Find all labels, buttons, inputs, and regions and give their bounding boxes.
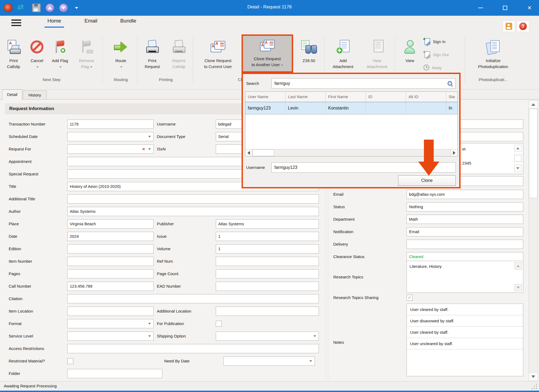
search-input[interactable]: farmguy (271, 78, 456, 89)
column-header-status[interactable]: Sta (446, 92, 458, 102)
notification-field[interactable]: Email (407, 227, 523, 236)
scrollbar-thumb[interactable] (529, 109, 538, 198)
scroll-left-button[interactable] (245, 149, 252, 156)
service-level-field[interactable] (67, 332, 154, 341)
need-by-date-field[interactable] (223, 356, 315, 366)
author-field[interactable]: Atlas Systems (67, 207, 319, 216)
format-field[interactable] (67, 319, 154, 328)
view-attachment-button[interactable]: ViewAttachment (360, 36, 394, 77)
scroll-up-icon[interactable] (514, 145, 521, 152)
chevron-down-icon[interactable] (148, 323, 151, 324)
scroll-down-icon[interactable] (514, 165, 521, 172)
tab-detail[interactable]: Detail (2, 89, 22, 100)
item-location-field[interactable] (67, 307, 154, 316)
transaction-number-field[interactable]: 1178 (67, 120, 154, 129)
scroll-right-button[interactable] (451, 149, 458, 156)
scroll-down-button[interactable] (529, 372, 538, 381)
reprint-callslip-button[interactable]: ReprintCallslip (166, 36, 192, 77)
citation-field[interactable] (67, 294, 319, 303)
publisher-field[interactable]: Atlas Systems (216, 219, 319, 229)
tab-bundle[interactable]: Bundle (114, 18, 142, 24)
status-field[interactable]: Nothing (407, 202, 523, 211)
chevron-down-icon[interactable] (309, 360, 312, 362)
minimize-button[interactable] (471, 0, 490, 16)
cancel-button[interactable]: Cancel (27, 36, 47, 77)
sign-out-button[interactable]: Sign Out (423, 49, 464, 60)
access-restrictions-field[interactable] (67, 344, 319, 353)
initialize-photoduplication-button[interactable]: InitializePhotoduplication (467, 36, 519, 77)
tab-history[interactable]: History (23, 91, 47, 99)
scroll-down-icon[interactable] (515, 284, 522, 291)
email-field[interactable]: bdg@atlas-sys.com (407, 190, 523, 199)
issue-field[interactable]: 1 (216, 232, 319, 241)
research-topics-box[interactable]: Literature, History (407, 261, 523, 293)
request-for-field[interactable] (67, 144, 154, 154)
close-button[interactable] (520, 0, 539, 16)
table-row-selected[interactable]: farmguy123 Levin Konstantin In (245, 102, 458, 114)
scroll-up-button[interactable] (529, 101, 538, 109)
list-item[interactable]: User uncleared by staff. (407, 338, 523, 349)
chevron-down-icon[interactable] (148, 335, 151, 337)
route-button[interactable]: Route (106, 36, 136, 77)
call-number-field[interactable]: 123.456.789 (67, 282, 154, 291)
research-topics-sharing-checkbox[interactable] (407, 295, 413, 301)
additional-location-field[interactable] (216, 307, 319, 316)
tab-email[interactable]: Email (79, 18, 103, 24)
shipping-option-field[interactable] (216, 332, 319, 341)
place-field[interactable]: Virginia Beach (67, 219, 154, 229)
print-callslip-button[interactable]: PrintCallslip (2, 36, 26, 77)
folder-field[interactable] (67, 369, 162, 378)
restricted-material-checkbox[interactable] (67, 358, 73, 364)
maximize-button[interactable] (496, 0, 515, 16)
away-button[interactable]: Away (423, 62, 464, 73)
search-icon[interactable] (447, 81, 453, 87)
pages-field[interactable] (67, 269, 154, 278)
main-vertical-scrollbar[interactable] (529, 100, 538, 381)
date-field[interactable]: 2024 (67, 232, 154, 241)
delivery-field[interactable] (407, 240, 523, 249)
clearance-status-field[interactable]: Cleared (407, 252, 523, 261)
column-header-user-name[interactable]: User Name (245, 92, 286, 102)
scroll-up-icon[interactable] (515, 262, 522, 269)
clone-request-another-user-button[interactable]: Clone Requestto Another User (242, 34, 293, 73)
sign-in-button[interactable]: Sign In (423, 36, 464, 47)
item-number-field[interactable] (67, 257, 154, 266)
ead-number-field[interactable] (216, 282, 319, 291)
add-attachment-button[interactable]: AddAttachment (327, 36, 359, 77)
column-header-id[interactable]: ID (366, 92, 406, 102)
remove-flag-button[interactable]: RemoveFlag (73, 36, 100, 77)
additional-title-field[interactable] (67, 194, 319, 204)
clone-button[interactable]: Clone (398, 175, 456, 186)
list-item[interactable]: User cleared by staff. (407, 327, 523, 338)
page-count-field[interactable] (216, 269, 319, 278)
chevron-down-icon[interactable] (148, 136, 151, 137)
call-number-label: Call Number (9, 282, 31, 291)
list-item[interactable]: User cleared by staff. (407, 304, 523, 315)
help-button[interactable] (517, 21, 529, 32)
department-field[interactable]: Math (407, 215, 523, 224)
volume-field[interactable]: 1 (216, 244, 319, 253)
z3950-button[interactable]: Z39.50 (295, 36, 322, 77)
ref-num-field[interactable] (216, 257, 319, 266)
chevron-down-icon[interactable] (313, 335, 316, 337)
notes-list[interactable]: User cleared by staff. User disavowed by… (407, 304, 523, 376)
print-request-button[interactable]: PrintRequest (140, 36, 165, 77)
add-flag-button[interactable]: Add Flag (48, 36, 72, 77)
chevron-down-icon[interactable] (148, 148, 151, 150)
resize-grip[interactable] (536, 388, 537, 389)
column-header-alt-id[interactable]: Alt ID (406, 92, 446, 102)
column-header-first-name[interactable]: First Name (326, 92, 366, 102)
feedback-button[interactable] (503, 21, 515, 32)
column-header-last-name[interactable]: Last Name (286, 92, 326, 102)
list-item[interactable]: User disavowed by staff. (407, 315, 523, 327)
scheduled-date-field[interactable] (67, 132, 154, 141)
view-user-button[interactable]: View (398, 36, 422, 77)
scroll-thumb[interactable] (514, 155, 521, 162)
scrollbar-thumb[interactable] (252, 149, 274, 156)
edition-field[interactable] (67, 244, 154, 253)
clone-request-current-user-button[interactable]: Clone Requestto Current User (196, 36, 240, 77)
tab-home[interactable]: Home (41, 18, 68, 24)
for-publication-checkbox[interactable] (216, 321, 222, 327)
menu-button[interactable] (11, 20, 21, 27)
clear-icon[interactable] (142, 145, 145, 153)
